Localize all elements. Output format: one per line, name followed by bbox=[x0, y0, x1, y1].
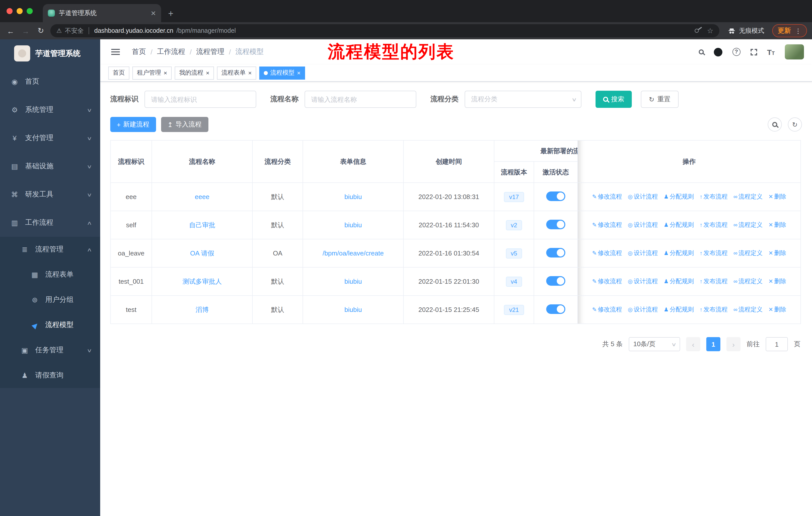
show-search-button[interactable] bbox=[768, 117, 782, 132]
process-name-link[interactable]: eeee bbox=[195, 193, 209, 200]
prev-page-button[interactable]: ‹ bbox=[686, 337, 700, 351]
form-info-link[interactable]: biubiu bbox=[344, 278, 362, 285]
font-size-icon[interactable]: TT bbox=[767, 48, 775, 56]
close-icon[interactable]: × bbox=[248, 69, 252, 76]
tab-close-icon[interactable]: ✕ bbox=[150, 9, 156, 17]
tag-process-form[interactable]: 流程表单 × bbox=[217, 66, 256, 79]
action-edit-process[interactable]: ✎修改流程 bbox=[592, 249, 622, 256]
action-design-process[interactable]: ◎设计流程 bbox=[628, 221, 658, 228]
tag-my-process[interactable]: 我的流程 × bbox=[175, 66, 214, 79]
sidebar-item-user-group[interactable]: ⊚ 用户分组 bbox=[0, 287, 100, 313]
page-size-select[interactable]: 10条/页 ∨ bbox=[629, 337, 680, 351]
process-name-link[interactable]: 测试多审批人 bbox=[182, 277, 222, 285]
active-status-toggle[interactable] bbox=[546, 304, 565, 314]
breadcrumb-workflow[interactable]: 工作流程 bbox=[157, 47, 185, 56]
action-edit-process[interactable]: ✎修改流程 bbox=[592, 193, 622, 200]
active-status-toggle[interactable] bbox=[546, 276, 565, 286]
close-icon[interactable]: × bbox=[297, 69, 300, 76]
form-info-link[interactable]: biubiu bbox=[344, 193, 362, 200]
window-minimize-button[interactable] bbox=[17, 8, 23, 14]
action-design-process[interactable]: ◎设计流程 bbox=[628, 278, 658, 285]
action-publish-process[interactable]: ↑发布流程 bbox=[700, 249, 728, 256]
sidebar-item-leave-query[interactable]: ♟ 请假查询 bbox=[0, 363, 100, 388]
sidebar-item-process-model[interactable]: ▶ 流程模型 bbox=[0, 313, 100, 337]
action-delete[interactable]: ✕删除 bbox=[768, 249, 786, 256]
action-design-process[interactable]: ◎设计流程 bbox=[628, 306, 658, 313]
sidebar-item-process-management[interactable]: ≣ 流程管理 ∧ bbox=[0, 237, 100, 262]
new-tab-button[interactable]: + bbox=[168, 9, 173, 18]
action-publish-process[interactable]: ↑发布流程 bbox=[700, 221, 728, 228]
action-assign-rules[interactable]: ♟分配规则 bbox=[664, 193, 694, 200]
forward-button[interactable]: → bbox=[20, 26, 31, 35]
fullscreen-icon[interactable] bbox=[750, 49, 757, 55]
sidebar-item-system-management[interactable]: ⚙ 系统管理 ∨ bbox=[0, 96, 100, 124]
tag-home[interactable]: 首页 bbox=[108, 66, 129, 79]
reload-button[interactable]: ↻ bbox=[35, 26, 46, 35]
form-info-link[interactable]: biubiu bbox=[344, 306, 362, 314]
user-avatar[interactable] bbox=[785, 44, 804, 59]
back-button[interactable]: ← bbox=[5, 26, 16, 35]
sidebar-item-home[interactable]: ◉ 首页 bbox=[0, 67, 100, 96]
action-publish-process[interactable]: ↑发布流程 bbox=[700, 306, 728, 313]
action-assign-rules[interactable]: ♟分配规则 bbox=[664, 249, 694, 256]
password-key-icon[interactable] bbox=[694, 28, 700, 33]
goto-page-input[interactable] bbox=[766, 337, 788, 351]
help-icon[interactable]: ? bbox=[732, 48, 740, 56]
current-page-button[interactable]: 1 bbox=[706, 337, 720, 351]
action-process-definition[interactable]: ∞流程定义 bbox=[733, 306, 763, 313]
action-design-process[interactable]: ◎设计流程 bbox=[628, 193, 658, 200]
action-publish-process[interactable]: ↑发布流程 bbox=[700, 193, 728, 200]
tag-process-model[interactable]: 流程模型 × bbox=[259, 66, 305, 79]
update-button[interactable]: 更新 ⋮ bbox=[772, 24, 807, 37]
window-zoom-button[interactable] bbox=[27, 8, 33, 14]
close-icon[interactable]: × bbox=[206, 69, 209, 76]
active-status-toggle[interactable] bbox=[546, 191, 565, 201]
action-edit-process[interactable]: ✎修改流程 bbox=[592, 278, 622, 285]
search-button[interactable]: 搜索 bbox=[596, 91, 632, 108]
address-bar[interactable]: ⚠ 不安全 dashboard.yudao.iocoder.cn/bpm/man… bbox=[50, 24, 719, 37]
action-publish-process[interactable]: ↑发布流程 bbox=[700, 278, 728, 285]
action-process-definition[interactable]: ∞流程定义 bbox=[733, 278, 763, 285]
action-assign-rules[interactable]: ♟分配规则 bbox=[664, 278, 694, 285]
import-process-button[interactable]: ↥ 导入流程 bbox=[161, 117, 208, 132]
process-name-link[interactable]: 滔博 bbox=[196, 306, 209, 313]
sidebar-item-infrastructure[interactable]: ▤ 基础设施 ∨ bbox=[0, 152, 100, 181]
bookmark-star-icon[interactable]: ☆ bbox=[707, 27, 713, 35]
window-close-button[interactable] bbox=[6, 8, 12, 14]
form-info-link[interactable]: /bpm/oa/leave/create bbox=[323, 249, 384, 257]
github-icon[interactable] bbox=[714, 48, 722, 56]
process-name-link[interactable]: OA 请假 bbox=[190, 249, 214, 257]
browser-menu-icon[interactable]: ⋮ bbox=[795, 27, 802, 34]
sidebar-item-task-management[interactable]: ▣ 任务管理 ∨ bbox=[0, 337, 100, 363]
form-info-link[interactable]: biubiu bbox=[344, 221, 362, 229]
action-delete[interactable]: ✕删除 bbox=[768, 278, 786, 285]
action-delete[interactable]: ✕删除 bbox=[768, 193, 786, 200]
action-design-process[interactable]: ◎设计流程 bbox=[628, 249, 658, 256]
process-name-link[interactable]: 自己审批 bbox=[189, 221, 215, 228]
active-status-toggle[interactable] bbox=[546, 219, 565, 229]
close-icon[interactable]: × bbox=[164, 69, 167, 76]
sidebar-item-process-form[interactable]: ▦ 流程表单 bbox=[0, 262, 100, 287]
action-process-definition[interactable]: ∞流程定义 bbox=[733, 193, 763, 200]
tag-tenant-management[interactable]: 租户管理 × bbox=[133, 66, 172, 79]
sidebar-collapse-icon[interactable] bbox=[111, 51, 120, 52]
action-process-definition[interactable]: ∞流程定义 bbox=[733, 221, 763, 228]
process-name-input[interactable] bbox=[304, 91, 416, 108]
action-edit-process[interactable]: ✎修改流程 bbox=[592, 221, 622, 228]
breadcrumb-home[interactable]: 首页 bbox=[132, 47, 146, 56]
next-page-button[interactable]: › bbox=[726, 337, 741, 351]
action-edit-process[interactable]: ✎修改流程 bbox=[592, 306, 622, 313]
breadcrumb-process-management[interactable]: 流程管理 bbox=[196, 47, 225, 56]
active-status-toggle[interactable] bbox=[546, 248, 565, 257]
action-assign-rules[interactable]: ♟分配规则 bbox=[664, 221, 694, 228]
reset-button[interactable]: ↻ 重置 bbox=[641, 91, 678, 108]
process-key-input[interactable] bbox=[144, 91, 256, 108]
search-icon[interactable] bbox=[698, 49, 703, 54]
create-process-button[interactable]: + 新建流程 bbox=[110, 117, 156, 132]
sidebar-item-workflow[interactable]: ▥ 工作流程 ∧ bbox=[0, 209, 100, 237]
refresh-table-button[interactable]: ↻ bbox=[788, 117, 802, 132]
browser-tab[interactable]: 芋道管理系统 ✕ bbox=[43, 4, 161, 22]
action-process-definition[interactable]: ∞流程定义 bbox=[733, 249, 763, 256]
sidebar-item-payment-management[interactable]: ¥ 支付管理 ∨ bbox=[0, 124, 100, 152]
action-assign-rules[interactable]: ♟分配规则 bbox=[664, 306, 694, 313]
